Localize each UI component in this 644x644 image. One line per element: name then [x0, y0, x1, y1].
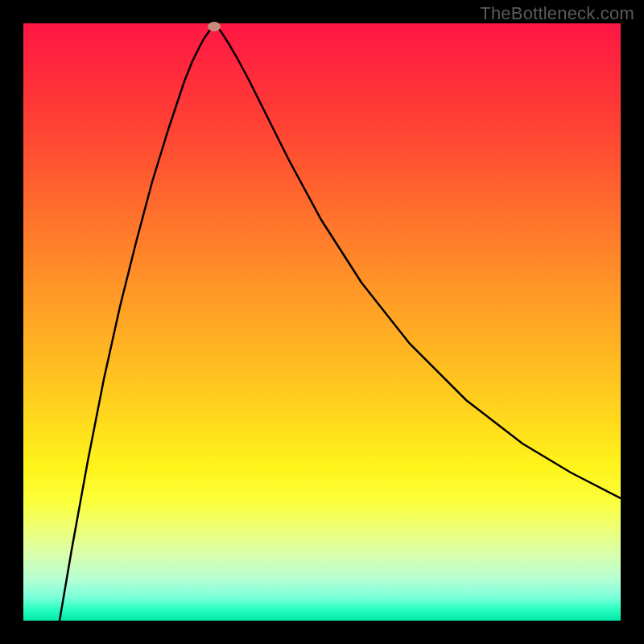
curve-svg — [23, 23, 621, 621]
bottleneck-curve — [60, 26, 621, 621]
watermark-text: TheBottleneck.com — [480, 3, 634, 24]
chart-container: TheBottleneck.com — [0, 0, 644, 644]
plot-frame — [23, 23, 621, 621]
minimum-marker-dot — [208, 22, 221, 31]
